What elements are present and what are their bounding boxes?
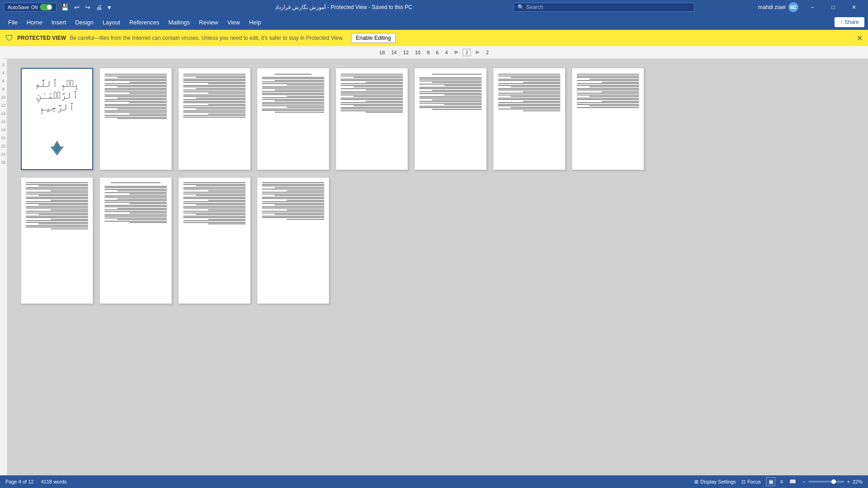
page-thumbnail-2[interactable] — [100, 68, 172, 170]
search-icon: 🔍 — [517, 4, 524, 10]
window-controls: − □ ✕ — [802, 0, 864, 14]
menu-mailings[interactable]: Mailings — [164, 16, 194, 28]
toolbar-icons: 💾 ↩ ↪ 🖨 ▾ — [59, 3, 113, 12]
menu-view[interactable]: View — [223, 16, 244, 28]
page-thumbnail-3[interactable] — [178, 68, 251, 170]
cover-logo-svg — [48, 138, 66, 156]
page-lines — [104, 74, 167, 119]
pages-row-1: بِسۡمِ ٱللَّهِ ٱلرَّحۡمَـٰنِ ٱلرَّحِیمِ — [21, 68, 854, 170]
close-button[interactable]: ✕ — [844, 0, 864, 14]
autosave-label: AutoSave — [8, 5, 29, 10]
page-nav-number[interactable]: 18 — [378, 49, 387, 56]
menu-home[interactable]: Home — [22, 16, 47, 28]
undo-icon[interactable]: ↩ — [72, 3, 81, 12]
page-nav-number[interactable]: 10 — [413, 49, 422, 56]
current-page-number[interactable]: 2 — [463, 49, 471, 56]
protected-view-banner: 🛡 PROTECTED VIEW Be careful—files from t… — [0, 30, 868, 46]
page-nav-number[interactable]: 2 — [484, 49, 490, 56]
page-nav-separator: ⊳ — [474, 49, 481, 56]
page-info: Page 4 of 12 — [5, 479, 33, 484]
document-title: آموزش نگارش قرارداد - Protected View - S… — [174, 4, 514, 10]
ruler-mark: 8 — [2, 85, 5, 93]
web-layout-view-icon[interactable]: ≡ — [777, 477, 786, 486]
word-count: 4118 words — [41, 479, 66, 484]
page-nav-number[interactable]: 4 — [443, 49, 450, 56]
page-thumbnail-4[interactable] — [257, 68, 329, 170]
page-thumbnail-11[interactable] — [178, 177, 251, 304]
page-thumbnail-10[interactable] — [100, 177, 172, 304]
page-thumbnail-1[interactable]: بِسۡمِ ٱللَّهِ ٱلرَّحۡمَـٰنِ ٱلرَّحِیمِ — [21, 68, 93, 170]
page-nav-number[interactable]: 12 — [401, 49, 410, 56]
autosave-state: ON — [31, 5, 38, 10]
share-button[interactable]: ↑ Share — [835, 17, 864, 27]
customize-icon[interactable]: ▾ — [106, 3, 113, 12]
page-thumbnail-5[interactable] — [336, 68, 408, 170]
display-settings-button[interactable]: ⊞ Display Settings — [694, 479, 736, 485]
view-mode-icons: ▣ ≡ 📖 — [766, 477, 797, 486]
pages-grid: بِسۡمِ ٱللَّهِ ٱلرَّحۡمَـٰنِ ٱلرَّحِیمِ — [21, 68, 854, 304]
focus-icon: ⊡ — [741, 479, 745, 485]
print-icon[interactable]: 🖨 — [94, 3, 104, 12]
page-thumbnail-12[interactable] — [257, 177, 329, 304]
ruler-mark: 6 — [2, 77, 5, 85]
autosave-switch[interactable] — [40, 4, 52, 10]
share-icon: ↑ — [840, 19, 843, 25]
menu-help[interactable]: Help — [244, 16, 266, 28]
status-bar: Page 4 of 12 4118 words ⊞ Display Settin… — [0, 475, 868, 488]
ruler-mark: 18 — [1, 126, 5, 134]
status-left: Page 4 of 12 4118 words — [5, 479, 66, 484]
share-label: Share — [844, 19, 859, 25]
print-layout-view-icon[interactable]: ▣ — [766, 477, 775, 486]
redo-icon[interactable]: ↪ — [83, 3, 92, 12]
ruler-mark: 4 — [2, 69, 5, 77]
ruler-mark: 20 — [1, 134, 5, 142]
autosave-toggle[interactable]: AutoSave ON — [4, 3, 57, 12]
menu-design[interactable]: Design — [71, 16, 98, 28]
banner-title: PROTECTED VIEW — [17, 35, 66, 41]
ruler-mark: 26 — [1, 158, 5, 166]
left-ruler: 2 4 6 8 10 12 14 16 18 20 22 24 26 — [0, 59, 7, 474]
page-thumbnail-8[interactable] — [572, 68, 644, 170]
search-input[interactable] — [526, 4, 690, 10]
page-nav-number[interactable]: 14 — [389, 49, 398, 56]
page-nav-number[interactable]: 8 — [425, 49, 432, 56]
page-nav-separator: ⊳ — [452, 49, 460, 56]
zoom-out-icon[interactable]: − — [802, 479, 805, 484]
ruler-mark: 16 — [1, 118, 5, 126]
save-icon[interactable]: 💾 — [59, 3, 71, 12]
page-nav-bar: 18 14 12 10 8 6 4 ⊳ 2 ⊳ 2 — [0, 46, 868, 59]
focus-button[interactable]: ⊡ Focus — [741, 479, 761, 485]
document-view-area[interactable]: بِسۡمِ ٱللَّهِ ٱلرَّحۡمَـٰنِ ٱلرَّحِیمِ — [7, 59, 868, 475]
page-thumbnail-7[interactable] — [493, 68, 565, 170]
user-avatar[interactable]: MZ — [788, 2, 798, 12]
cover-bismillah: بِسۡمِ ٱللَّهِ ٱلرَّحۡمَـٰنِ ٱلرَّحِیمِ — [31, 78, 83, 113]
pages-row-2 — [21, 177, 854, 304]
ruler-mark: 12 — [1, 101, 5, 109]
menu-references[interactable]: References — [125, 16, 164, 28]
display-settings-label: Display Settings — [700, 479, 736, 484]
page-thumbnail-9[interactable] — [21, 177, 93, 304]
menu-insert[interactable]: Insert — [47, 16, 71, 28]
user-name: mahdi ziaei — [758, 4, 786, 10]
zoom-thumb[interactable] — [831, 479, 836, 484]
read-mode-view-icon[interactable]: 📖 — [788, 477, 797, 486]
search-box[interactable]: 🔍 — [513, 3, 694, 12]
banner-close-icon[interactable]: ✕ — [857, 34, 863, 43]
menu-layout[interactable]: Layout — [98, 16, 125, 28]
menu-review[interactable]: Review — [194, 16, 223, 28]
minimize-button[interactable]: − — [802, 0, 823, 14]
status-right: ⊞ Display Settings ⊡ Focus ▣ ≡ 📖 − + 22% — [694, 477, 863, 486]
page-thumbnail-6[interactable] — [414, 68, 487, 170]
zoom-in-icon[interactable]: + — [847, 479, 850, 484]
maximize-button[interactable]: □ — [823, 0, 844, 14]
shield-icon: 🛡 — [5, 33, 14, 43]
page-nav-number[interactable]: 6 — [434, 49, 441, 56]
menu-file[interactable]: File — [4, 16, 22, 28]
zoom-level: 22% — [853, 479, 863, 484]
ruler-mark: 2 — [2, 61, 5, 69]
ruler-mark: 14 — [1, 109, 5, 118]
enable-editing-button[interactable]: Enable Editing — [351, 33, 396, 43]
zoom-track[interactable] — [808, 481, 844, 483]
zoom-control[interactable]: − + 22% — [802, 479, 863, 484]
ruler-mark: 22 — [1, 142, 5, 150]
